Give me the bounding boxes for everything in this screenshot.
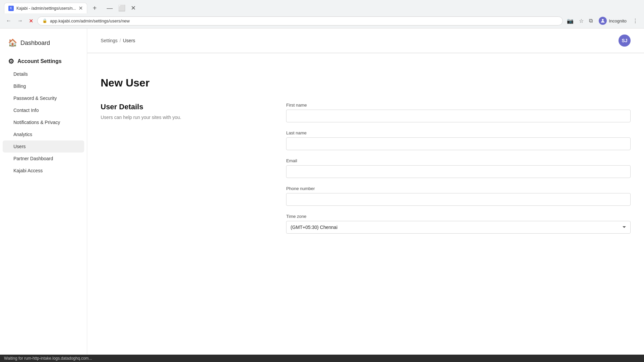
breadcrumb-current: Users [123,38,135,43]
incognito-button[interactable]: Incognito [596,15,629,26]
incognito-avatar [599,17,607,25]
main-content: Settings / Users SJ New User User Detail… [87,28,644,362]
breadcrumb-separator: / [120,38,121,43]
user-avatar[interactable]: SJ [619,35,631,47]
section-title: User Details [101,103,273,111]
sidebar-item-contact-info[interactable]: Contact Info [0,104,87,116]
tab-close-button[interactable]: ✕ [78,5,83,11]
sidebar-password-security-link[interactable]: Password & Security [0,92,87,104]
form-right: First name Last name Email Phone number [286,103,631,242]
email-input[interactable] [286,165,631,178]
last-name-input[interactable] [286,137,631,150]
sidebar-item-analytics[interactable]: Analytics [0,128,87,140]
address-text: app.kajabi.com/admin/settings/users/new [50,18,558,23]
form-left: User Details Users can help run your sit… [101,103,273,121]
browser-controls: ← → ✕ 🔒 app.kajabi.com/admin/settings/us… [0,13,644,28]
reload-button[interactable]: ✕ [27,16,35,25]
sidebar-item-users[interactable]: Users [0,140,87,153]
timezone-select[interactable]: (GMT+05:30) Chennai (GMT+05:30) Mumbai (… [286,221,631,234]
sidebar-notifications-privacy-link[interactable]: Notifications & Privacy [0,116,87,128]
sidebar-dashboard-link[interactable]: 🏠 Dashboard [0,35,87,54]
browser-titlebar: K Kajabi - /admin/settings/users/n... ✕ … [0,0,644,13]
window-close-button[interactable]: ✕ [129,4,138,12]
back-button[interactable]: ← [4,16,13,25]
split-view-icon[interactable]: ⧉ [587,16,595,25]
main-header: Settings / Users SJ [87,28,644,53]
section-description: Users can help run your sites with you. [101,114,273,121]
sidebar-item-details[interactable]: Details [0,68,87,80]
window-minimize-button[interactable]: — [105,4,115,12]
sidebar-item-kajabi-access[interactable]: Kajabi Access [0,165,87,177]
dashboard-label: Dashboard [20,40,50,47]
camera-off-icon[interactable]: 📷 [565,16,576,25]
browser-chrome: K Kajabi - /admin/settings/users/n... ✕ … [0,0,644,28]
sidebar-partner-dashboard-link[interactable]: Partner Dashboard [0,153,87,165]
app-layout: 🏠 Dashboard ⚙ Account Settings Details B… [0,28,644,362]
gear-icon: ⚙ [8,57,14,65]
browser-toolbar-icons: 📷 ☆ ⧉ Incognito ⋮ [565,15,640,26]
email-label: Email [286,158,631,163]
first-name-input[interactable] [286,110,631,122]
sidebar: 🏠 Dashboard ⚙ Account Settings Details B… [0,28,87,362]
breadcrumb: Settings / Users [101,38,135,43]
last-name-label: Last name [286,130,631,135]
tab-title: Kajabi - /admin/settings/users/n... [16,6,76,11]
status-bar: Waiting for rum-http-intake.logs.datadog… [0,355,644,362]
bookmark-icon[interactable]: ☆ [577,16,586,25]
form-container: New User User Details Users can help run… [87,63,644,255]
status-text: Waiting for rum-http-intake.logs.datadog… [4,356,92,361]
sidebar-item-notifications-privacy[interactable]: Notifications & Privacy [0,116,87,128]
window-maximize-button[interactable]: ⬜ [116,4,127,12]
form-grid: User Details Users can help run your sit… [101,103,631,242]
sidebar-contact-info-link[interactable]: Contact Info [0,104,87,116]
timezone-group: Time zone (GMT+05:30) Chennai (GMT+05:30… [286,214,631,234]
new-tab-button[interactable]: + [90,3,99,13]
window-controls: — ⬜ ✕ [105,4,138,12]
sidebar-nav: Details Billing Password & Security Cont… [0,68,87,177]
tab-favicon: K [8,6,14,11]
email-group: Email [286,158,631,178]
lock-icon: 🔒 [42,18,47,23]
menu-button[interactable]: ⋮ [631,16,640,25]
address-bar[interactable]: 🔒 app.kajabi.com/admin/settings/users/ne… [37,16,563,25]
account-settings-label: Account Settings [17,58,62,64]
forward-button[interactable]: → [15,16,25,25]
svg-point-0 [602,19,604,21]
header-divider [87,53,644,53]
first-name-group: First name [286,103,631,122]
home-icon: 🏠 [8,39,17,47]
sidebar-details-link[interactable]: Details [0,68,87,80]
sidebar-item-partner-dashboard[interactable]: Partner Dashboard [0,153,87,165]
phone-group: Phone number [286,186,631,206]
first-name-label: First name [286,103,631,108]
sidebar-users-link[interactable]: Users [3,140,84,153]
browser-tab[interactable]: K Kajabi - /admin/settings/users/n... ✕ [4,3,87,13]
last-name-group: Last name [286,130,631,150]
phone-input[interactable] [286,193,631,206]
sidebar-account-settings-header: ⚙ Account Settings [0,54,87,68]
sidebar-item-billing[interactable]: Billing [0,80,87,92]
sidebar-kajabi-access-link[interactable]: Kajabi Access [0,165,87,177]
breadcrumb-settings-link[interactable]: Settings [101,38,118,43]
timezone-label: Time zone [286,214,631,219]
page-title: New User [101,77,631,89]
incognito-label: Incognito [609,18,627,23]
phone-label: Phone number [286,186,631,191]
sidebar-analytics-link[interactable]: Analytics [0,128,87,140]
sidebar-item-password-security[interactable]: Password & Security [0,92,87,104]
sidebar-billing-link[interactable]: Billing [0,80,87,92]
